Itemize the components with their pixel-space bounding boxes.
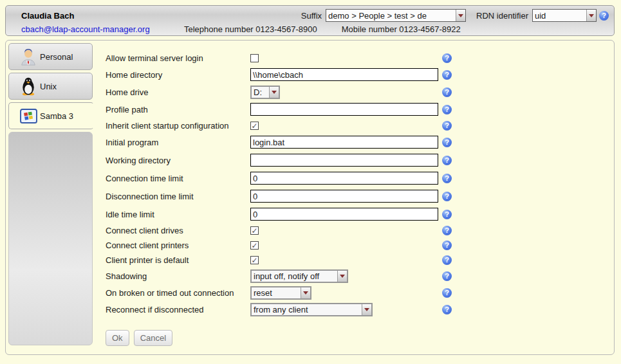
suffix-select[interactable]: demo > People > test > de <box>326 9 466 22</box>
home-drive-select-value: D: <box>252 87 269 97</box>
profile-path-input[interactable] <box>250 103 438 116</box>
rdn-identifier-label: RDN identifier <box>476 11 528 21</box>
windows-icon <box>17 109 40 123</box>
reconnect-if-disconnected-select[interactable]: from any client <box>250 303 373 316</box>
help-icon[interactable] <box>442 255 452 265</box>
person-icon <box>17 47 40 66</box>
field-label: Home drive <box>106 87 250 97</box>
dropdown-arrow-icon <box>586 10 596 21</box>
form-row: Home drive D: <box>106 84 466 100</box>
field-label: Allow terminal server login <box>106 53 250 63</box>
form-row: Inherit client startup configuration ✓ <box>106 118 466 133</box>
field-label: Connection time limit <box>106 174 250 183</box>
allow-terminal-server-login-checkbox[interactable] <box>250 54 259 62</box>
header-row-1: Claudia Bach Suffix demo > People > test… <box>12 8 609 23</box>
field-label: Disconnection time limit <box>106 192 250 201</box>
dropdown-arrow-icon <box>269 87 279 98</box>
field-label: On broken or timed out connection <box>106 288 250 298</box>
form-row: Initial program <box>106 133 466 151</box>
help-icon[interactable] <box>442 138 452 147</box>
suffix-select-value: demo > People > test > de <box>326 11 456 21</box>
connect-client-drives-checkbox[interactable]: ✓ <box>250 226 259 235</box>
working-directory-input[interactable] <box>250 154 438 167</box>
tab-unix[interactable]: Unix <box>8 73 93 100</box>
sidebar-filler-panel <box>8 132 93 345</box>
field-label: Shadowing <box>106 271 250 281</box>
help-icon[interactable] <box>442 156 452 165</box>
mobile-number: Mobile number 0123-4567-8922 <box>342 24 461 34</box>
home-directory-input[interactable] <box>250 68 438 81</box>
field-label: Connect client printers <box>106 241 250 250</box>
field-label: Idle time limit <box>106 210 250 219</box>
help-icon[interactable] <box>442 174 452 183</box>
field-label: Profile path <box>106 105 250 114</box>
home-drive-select[interactable]: D: <box>250 86 280 99</box>
help-icon[interactable] <box>442 271 452 281</box>
form-row: Connect client drives ✓ <box>106 223 466 238</box>
help-icon[interactable] <box>442 53 452 63</box>
help-icon[interactable] <box>442 192 452 201</box>
form-row: Connection time limit <box>106 169 466 187</box>
rdn-select-value: uid <box>533 11 586 21</box>
disconnection-time-limit-input[interactable] <box>250 190 438 203</box>
field-label: Home directory <box>106 70 250 80</box>
client-printer-is-default-checkbox[interactable]: ✓ <box>250 256 259 264</box>
shadowing-select[interactable]: input off, notify off <box>250 269 348 283</box>
field-label: Inherit client startup configuration <box>106 121 250 131</box>
suffix-label: Suffix <box>301 11 322 21</box>
dropdown-arrow-icon <box>456 10 465 21</box>
form-row: Allow terminal server login <box>106 51 466 66</box>
account-header: Claudia Bach Suffix demo > People > test… <box>5 5 615 36</box>
ok-button[interactable]: Ok <box>106 330 129 346</box>
on-broken-connection-select[interactable]: reset <box>250 286 311 300</box>
account-name: Claudia Bach <box>21 11 74 21</box>
dropdown-arrow-icon <box>362 304 371 315</box>
help-icon[interactable] <box>442 105 452 114</box>
telephone-number: Telephone number 0123-4567-8900 <box>184 24 317 34</box>
email-link[interactable]: cbach@ldap-account-manager.org <box>21 24 184 34</box>
header-row-2: cbach@ldap-account-manager.org Telephone… <box>12 23 609 35</box>
shadowing-select-value: input off, notify off <box>252 271 337 281</box>
tux-icon <box>17 76 40 96</box>
tab-label: Personal <box>40 52 73 62</box>
form-row: On broken or timed out connection reset <box>106 284 466 301</box>
cancel-button[interactable]: Cancel <box>134 330 172 346</box>
help-icon[interactable] <box>442 210 452 219</box>
help-icon[interactable] <box>442 226 452 235</box>
connection-time-limit-input[interactable] <box>250 172 438 185</box>
form-buttons: Ok Cancel <box>106 330 466 346</box>
help-icon[interactable] <box>442 241 452 250</box>
form-row: Shadowing input off, notify off <box>106 268 466 284</box>
connect-client-printers-checkbox[interactable]: ✓ <box>250 241 259 250</box>
help-icon[interactable] <box>442 288 452 298</box>
idle-time-limit-input[interactable] <box>250 208 438 221</box>
form-row: Reconnect if disconnected from any clien… <box>106 301 466 318</box>
help-icon[interactable] <box>442 87 452 97</box>
inherit-client-startup-configuration-checkbox[interactable]: ✓ <box>250 122 259 130</box>
tab-personal[interactable]: Personal <box>8 43 93 70</box>
form-row: Idle time limit <box>106 205 466 223</box>
form-row: Connect client printers ✓ <box>106 238 466 253</box>
help-icon[interactable] <box>599 11 609 21</box>
dropdown-arrow-icon <box>337 271 347 282</box>
field-label: Client printer is default <box>106 255 250 265</box>
form-row: Disconnection time limit <box>106 187 466 205</box>
form-row: Working directory <box>106 151 466 169</box>
on-broken-connection-select-value: reset <box>252 288 301 298</box>
help-icon[interactable] <box>442 121 452 131</box>
header-controls: Suffix demo > People > test > de RDN ide… <box>301 9 609 22</box>
field-label: Initial program <box>106 138 250 147</box>
tab-label: Samba 3 <box>40 111 73 121</box>
dropdown-arrow-icon <box>301 287 310 298</box>
tab-samba-3[interactable]: Samba 3 <box>8 102 94 129</box>
help-icon[interactable] <box>442 305 452 314</box>
samba3-form: Allow terminal server login Home directo… <box>106 51 466 346</box>
form-row: Home directory <box>106 66 466 84</box>
field-label: Reconnect if disconnected <box>106 305 250 314</box>
reconnect-select-value: from any client <box>252 305 362 314</box>
account-content-panel: Personal <box>5 40 615 355</box>
help-icon[interactable] <box>442 70 452 80</box>
field-label: Working directory <box>106 156 250 165</box>
initial-program-input[interactable] <box>250 136 438 149</box>
rdn-identifier-select[interactable]: uid <box>532 9 597 22</box>
